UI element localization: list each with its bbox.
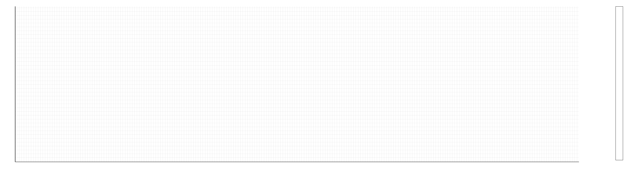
- y-axis-spine: [15, 6, 16, 162]
- figure: [0, 0, 644, 176]
- heatmap-plot-area: [16, 6, 579, 162]
- sun-event-layer: [16, 6, 579, 162]
- colorbar: [616, 6, 623, 160]
- y-axis-label: [0, 6, 7, 162]
- colorbar-label: [634, 6, 643, 160]
- x-axis-spine: [15, 162, 579, 162]
